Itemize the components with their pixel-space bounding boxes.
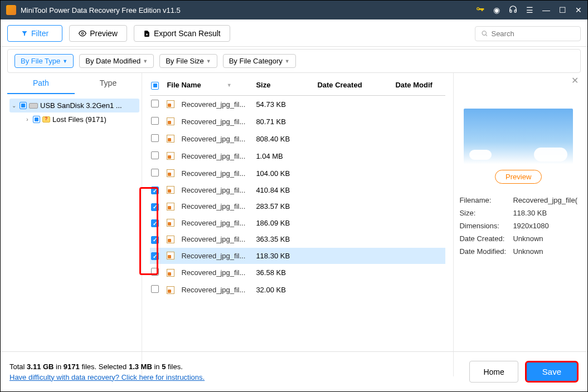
- file-size: 1.04 MB: [256, 152, 317, 160]
- file-row[interactable]: Recovered_jpg_fil...36.58 KB: [150, 264, 445, 281]
- save-button[interactable]: Save: [525, 361, 579, 383]
- chevron-right-icon[interactable]: ›: [24, 116, 31, 122]
- filter-file-size[interactable]: By File Size▼: [159, 54, 217, 68]
- meta-created-label: Date Created:: [459, 234, 513, 243]
- close-preview-icon[interactable]: ✕: [571, 75, 579, 86]
- file-icon: [167, 269, 174, 277]
- file-header: File Name▼ Size Date Created Date Modif: [150, 73, 445, 96]
- file-name: Recovered_jpg_fil...: [181, 100, 254, 109]
- file-row[interactable]: Recovered_jpg_fil...363.35 KB: [150, 231, 445, 248]
- preview-button[interactable]: Preview: [69, 25, 127, 42]
- tree-checkbox[interactable]: [33, 116, 40, 123]
- funnel-icon: [21, 30, 28, 37]
- file-size: 118.30 KB: [256, 252, 317, 260]
- titlebar: MiniTool Power Data Recovery Free Editio…: [1, 1, 587, 19]
- file-row[interactable]: Recovered_jpg_fil...80.71 KB: [150, 113, 445, 130]
- tab-path[interactable]: Path: [7, 73, 75, 94]
- file-row[interactable]: Recovered_jpg_fil...118.30 KB: [150, 248, 445, 264]
- file-checkbox[interactable]: [151, 236, 159, 244]
- file-icon: [167, 219, 174, 227]
- filter-file-category[interactable]: By File Category▼: [223, 54, 296, 68]
- preview-panel: ✕ Preview Filename:Recovered_jpg_file( S…: [453, 73, 581, 376]
- file-icon: [167, 236, 174, 243]
- toolbar: Filter Preview Export Scan Result: [1, 19, 587, 47]
- file-row[interactable]: Recovered_jpg_fil...104.00 KB: [150, 165, 445, 182]
- file-checkbox[interactable]: [151, 134, 159, 142]
- folder-icon: [42, 116, 50, 122]
- file-name: Recovered_jpg_fil...: [181, 252, 254, 260]
- file-checkbox[interactable]: [151, 285, 159, 293]
- sort-icon: ▼: [227, 82, 232, 88]
- file-row[interactable]: Recovered_jpg_fil...808.40 KB: [150, 130, 445, 148]
- search-box[interactable]: [475, 26, 581, 41]
- svg-line-2: [486, 35, 487, 36]
- file-icon: [167, 100, 174, 108]
- headphones-icon[interactable]: [509, 5, 517, 15]
- file-name: Recovered_jpg_fil...: [181, 135, 254, 143]
- file-row[interactable]: Recovered_jpg_fil...32.00 KB: [150, 281, 445, 298]
- disc-icon[interactable]: ◉: [493, 6, 500, 14]
- help-link[interactable]: Have difficulty with data recovery? Clic…: [9, 373, 205, 381]
- menu-icon[interactable]: ☰: [526, 6, 533, 14]
- key-icon[interactable]: [475, 5, 484, 16]
- file-checkbox[interactable]: [151, 117, 159, 125]
- file-checkbox[interactable]: [151, 252, 159, 260]
- col-size-header[interactable]: Size: [256, 81, 317, 89]
- close-icon[interactable]: ✕: [575, 6, 582, 14]
- tree-drive-label: USB SanDisk 3.2Gen1 ...: [40, 101, 122, 110]
- filter-date-modified[interactable]: By Date Modified▼: [79, 54, 154, 68]
- file-checkbox[interactable]: [151, 151, 159, 159]
- svg-point-0: [81, 32, 84, 35]
- minimize-icon[interactable]: —: [542, 6, 550, 14]
- meta-created-value: Unknown: [513, 234, 543, 243]
- col-modified-header[interactable]: Date Modif: [395, 81, 445, 89]
- file-size: 80.71 KB: [256, 117, 317, 126]
- file-icon: [167, 135, 174, 143]
- file-checkbox[interactable]: [151, 203, 159, 211]
- file-size: 283.57 KB: [256, 202, 317, 210]
- file-name: Recovered_jpg_fil...: [181, 219, 254, 227]
- file-row[interactable]: Recovered_jpg_fil...54.73 KB: [150, 96, 445, 113]
- file-name: Recovered_jpg_fil...: [181, 186, 254, 194]
- file-rows: Recovered_jpg_fil...54.73 KBRecovered_jp…: [150, 96, 445, 299]
- home-button[interactable]: Home: [469, 361, 518, 383]
- file-checkbox[interactable]: [151, 169, 159, 177]
- sidebar-tabs: Path Type: [7, 73, 142, 94]
- meta-modified-label: Date Modified:: [459, 247, 513, 256]
- meta-modified-value: Unknown: [513, 247, 543, 256]
- file-size: 410.84 KB: [256, 186, 317, 194]
- eye-icon: [79, 30, 86, 37]
- file-row[interactable]: Recovered_jpg_fil...186.09 KB: [150, 215, 445, 232]
- svg-point-1: [482, 31, 486, 35]
- meta-filename-value: Recovered_jpg_file(: [513, 196, 577, 204]
- filter-file-type[interactable]: By File Type▼: [14, 54, 74, 68]
- file-icon: [167, 152, 174, 160]
- file-size: 36.58 KB: [256, 268, 317, 277]
- tab-type[interactable]: Type: [75, 73, 142, 94]
- tree-checkbox[interactable]: [20, 102, 27, 109]
- file-checkbox[interactable]: [151, 219, 159, 227]
- file-row[interactable]: Recovered_jpg_fil...1.04 MB: [150, 148, 445, 165]
- filter-button[interactable]: Filter: [7, 25, 62, 42]
- search-input[interactable]: [491, 30, 575, 38]
- select-all-checkbox[interactable]: [151, 82, 159, 90]
- col-created-header[interactable]: Date Created: [317, 81, 395, 89]
- filter-label: Filter: [31, 29, 48, 38]
- tree-drive-node[interactable]: ⌄ USB SanDisk 3.2Gen1 ...: [9, 99, 139, 112]
- export-button[interactable]: Export Scan Result: [134, 25, 230, 42]
- file-size: 186.09 KB: [256, 219, 317, 227]
- tree-lost-files-node[interactable]: › Lost Files (9171): [23, 112, 139, 126]
- file-checkbox[interactable]: [151, 268, 159, 276]
- file-checkbox[interactable]: [151, 187, 159, 194]
- chevron-down-icon[interactable]: ⌄: [11, 102, 17, 109]
- file-size: 32.00 KB: [256, 286, 317, 294]
- maximize-icon[interactable]: ☐: [559, 6, 566, 14]
- preview-label: Preview: [90, 29, 118, 38]
- file-row[interactable]: Recovered_jpg_fil...283.57 KB: [150, 198, 445, 215]
- preview-open-button[interactable]: Preview: [495, 170, 542, 184]
- file-row[interactable]: Recovered_jpg_fil...410.84 KB: [150, 182, 445, 199]
- col-name-header[interactable]: File Name▼: [167, 81, 256, 89]
- file-icon: [167, 286, 174, 294]
- file-name: Recovered_jpg_fil...: [181, 169, 254, 178]
- file-checkbox[interactable]: [151, 100, 159, 107]
